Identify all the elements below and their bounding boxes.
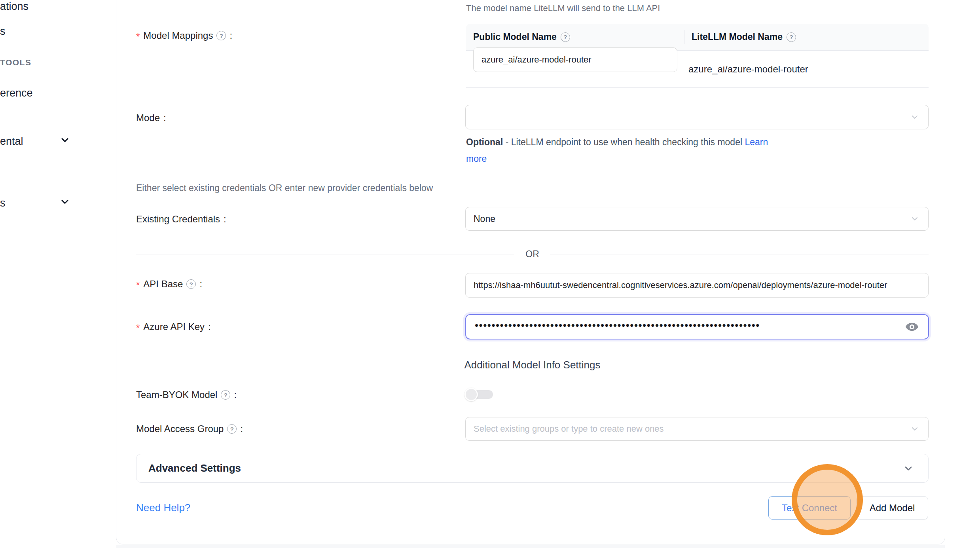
label-text: Existing Credentials — [136, 214, 220, 225]
helper-bold: Optional — [466, 137, 503, 147]
chevron-down-icon — [903, 463, 914, 474]
chevron-down-icon[interactable] — [59, 135, 70, 146]
or-divider: OR — [136, 246, 929, 262]
label-colon: : — [240, 423, 243, 434]
divider-line — [136, 365, 453, 365]
azure-api-key-label: * Azure API Key : — [136, 320, 211, 333]
need-help-link[interactable]: Need Help? — [136, 502, 190, 514]
model-access-group-label: Model Access Group ? : — [136, 423, 243, 435]
sidebar-item-settings[interactable]: s — [0, 197, 6, 209]
mode-helper-text: Optional - LiteLLM endpoint to use when … — [466, 134, 787, 167]
label-text: Model Access Group — [136, 423, 224, 434]
sidebar-item-api-reference[interactable]: erence — [0, 87, 33, 99]
helper-rest: - LiteLLM endpoint to use when health ch… — [503, 137, 745, 147]
divider-text: OR — [525, 249, 539, 260]
help-icon[interactable]: ? — [221, 390, 230, 400]
azure-api-key-input[interactable]: ••••••••••••••••••••••••••••••••••••••••… — [465, 314, 929, 339]
chevron-down-icon[interactable] — [59, 196, 70, 207]
team-byok-label: Team-BYOK Model ? : — [136, 389, 237, 401]
label-text: API Base — [143, 279, 183, 290]
label-text: Team-BYOK Model — [136, 389, 217, 400]
label-colon: : — [224, 214, 226, 225]
sidebar: ations s TOOLS erence ental s — [0, 0, 116, 548]
eye-icon — [905, 320, 919, 334]
public-model-name-input[interactable] — [473, 47, 677, 72]
team-byok-toggle-knob[interactable] — [464, 388, 478, 401]
page-background — [116, 545, 945, 548]
api-base-input[interactable] — [465, 273, 929, 298]
litellm-model-name-value: azure_ai/azure-model-router — [688, 64, 808, 75]
advanced-settings-panel[interactable]: Advanced Settings — [136, 454, 929, 483]
sidebar-item[interactable]: s — [0, 25, 6, 38]
required-asterisk: * — [136, 322, 140, 334]
mode-select[interactable] — [465, 105, 929, 129]
mode-label: Mode : — [136, 112, 166, 124]
table-row: azure_ai/azure-model-router — [466, 51, 929, 88]
required-asterisk: * — [136, 31, 140, 42]
advanced-settings-title: Advanced Settings — [148, 462, 241, 474]
sidebar-item-organizations[interactable]: ations — [0, 0, 28, 13]
sidebar-section-tools: TOOLS — [0, 58, 31, 67]
label-colon: : — [163, 112, 166, 123]
select-placeholder: Select existing groups or type to create… — [474, 424, 664, 434]
label-colon: : — [208, 321, 211, 332]
model-mappings-table: Public Model Name ? LiteLLM Model Name ?… — [466, 24, 929, 88]
model-mappings-label: * Model Mappings ? : — [136, 29, 232, 42]
help-icon[interactable]: ? — [227, 424, 237, 434]
existing-credentials-select[interactable]: None — [465, 207, 929, 231]
chevron-down-icon — [910, 424, 919, 434]
label-colon: : — [229, 30, 232, 41]
api-base-label: * API Base ? : — [136, 278, 202, 290]
column-header-public-model-name: Public Model Name ? — [466, 32, 684, 42]
chevron-down-icon — [910, 214, 919, 224]
sidebar-item-experimental[interactable]: ental — [0, 135, 23, 148]
label-text: Model Mappings — [143, 30, 213, 41]
additional-settings-divider: Additional Model Info Settings — [136, 356, 929, 374]
help-icon[interactable]: ? — [186, 279, 196, 289]
divider-line — [136, 254, 514, 254]
divider-text: Additional Model Info Settings — [464, 359, 601, 371]
model-name-hint: The model name LiteLLM will send to the … — [466, 3, 660, 13]
label-text: Mode — [136, 112, 160, 123]
help-icon[interactable]: ? — [787, 32, 796, 42]
toggle-visibility-button[interactable] — [904, 319, 919, 334]
test-connect-button[interactable]: Test Connect — [768, 496, 851, 520]
divider-line — [612, 365, 929, 365]
header-separator — [684, 30, 684, 44]
table-header-row: Public Model Name ? LiteLLM Model Name ? — [466, 24, 929, 51]
label-colon: : — [234, 389, 237, 400]
divider-line — [550, 254, 929, 254]
column-header-litellm-model-name: LiteLLM Model Name ? — [684, 32, 796, 42]
add-model-button[interactable]: Add Model — [856, 496, 928, 520]
masked-password: ••••••••••••••••••••••••••••••••••••••••… — [475, 319, 760, 332]
column-label: LiteLLM Model Name — [692, 32, 783, 42]
label-text: Azure API Key — [143, 321, 205, 332]
required-asterisk: * — [136, 280, 140, 291]
credentials-hint: Either select existing credentials OR en… — [136, 183, 433, 193]
model-access-group-select[interactable]: Select existing groups or type to create… — [465, 417, 929, 441]
existing-credentials-label: Existing Credentials : — [136, 213, 226, 226]
help-icon[interactable]: ? — [561, 32, 570, 42]
label-colon: : — [199, 279, 202, 290]
column-label: Public Model Name — [473, 32, 557, 42]
chevron-down-icon — [910, 112, 919, 122]
selected-value: None — [474, 214, 495, 224]
help-icon[interactable]: ? — [216, 31, 226, 40]
